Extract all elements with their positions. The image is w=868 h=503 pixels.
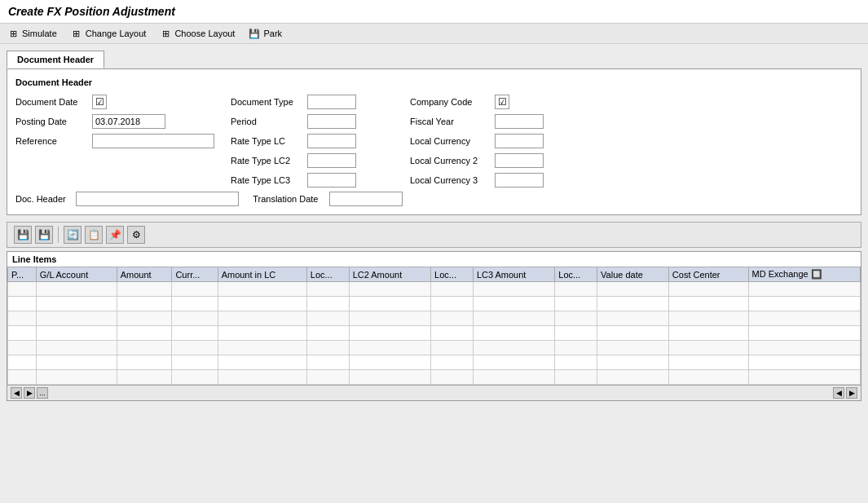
scroll-next-button[interactable]: ▶ xyxy=(846,387,857,399)
form-section-title: Document Header xyxy=(15,77,853,87)
line-items-title: Line Items xyxy=(7,252,861,267)
form-mid-col: Document Type Period Rate Type LC Rate T… xyxy=(231,94,394,188)
doc-header-input[interactable] xyxy=(76,192,239,206)
park-icon: 💾 xyxy=(248,27,261,40)
scroll-prev-button[interactable]: ◀ xyxy=(833,387,844,399)
posting-date-row: Posting Date xyxy=(15,113,214,130)
table-row[interactable] xyxy=(8,326,861,341)
park-button[interactable]: 💾 Park xyxy=(248,27,282,40)
col-amount-lc: Amount in LC xyxy=(218,267,306,282)
document-type-input[interactable] xyxy=(307,95,356,109)
col-cost-center: Cost Center xyxy=(668,267,748,282)
col-lc3-amount: LC3 Amount xyxy=(473,267,554,282)
table-row[interactable] xyxy=(8,282,861,297)
table-row[interactable] xyxy=(8,297,861,311)
rate-type-lc3-row: Rate Type LC3 xyxy=(231,172,394,188)
rate-type-lc-row: Rate Type LC xyxy=(231,133,394,149)
document-date-row: Document Date ☑ xyxy=(15,94,214,110)
company-code-row: Company Code ☑ xyxy=(410,94,573,110)
col-loc3: Loc... xyxy=(555,267,597,282)
table-header-row: P... G/L Account Amount Curr... Amount i… xyxy=(8,267,861,282)
line-items-toolbar: 💾 💾 🔄 📋 📌 ⚙ xyxy=(7,222,861,248)
toolbar-refresh-button[interactable]: 🔄 xyxy=(64,226,82,244)
doc-header-row: Doc. Header Translation Date xyxy=(15,192,853,206)
change-layout-icon: ⊞ xyxy=(70,27,83,40)
simulate-button[interactable]: ⊞ Simulate xyxy=(7,27,57,40)
period-input[interactable] xyxy=(307,114,356,129)
toolbar-save1-button[interactable]: 💾 xyxy=(14,226,32,244)
scroll-right-button[interactable]: ▶ xyxy=(24,387,35,399)
local-currency-3-input[interactable] xyxy=(495,173,544,188)
toolbar-save2-button[interactable]: 💾 xyxy=(35,226,53,244)
reference-row: Reference xyxy=(15,133,214,149)
table-row[interactable] xyxy=(8,370,861,385)
change-layout-button[interactable]: ⊞ Change Layout xyxy=(70,27,147,40)
rate-type-lc3-input[interactable] xyxy=(307,173,356,188)
page-title: Create FX Position Adjustment xyxy=(0,0,868,24)
col-loc1: Loc... xyxy=(306,267,349,282)
tab-document-header[interactable]: Document Header xyxy=(7,51,104,68)
choose-layout-icon: ⊞ xyxy=(159,27,172,40)
simulate-icon: ⊞ xyxy=(7,27,20,40)
col-amount: Amount xyxy=(117,267,172,282)
form-right-col: Company Code ☑ Fiscal Year Local Currenc… xyxy=(410,94,573,188)
col-md-exchange: MD Exchange 🔲 xyxy=(748,267,860,282)
table-row[interactable] xyxy=(8,355,861,370)
local-currency-input[interactable] xyxy=(495,134,544,148)
form-left-col: Document Date ☑ Posting Date Reference xyxy=(15,94,214,188)
document-date-checkbox[interactable]: ☑ xyxy=(92,95,107,109)
left-scroll-controls: ◀ ▶ ... xyxy=(11,387,48,399)
col-gl-account: G/L Account xyxy=(36,267,117,282)
line-items-table-container: Line Items P... G/L Account Amount Curr.… xyxy=(7,251,861,401)
scroll-ellipsis-button[interactable]: ... xyxy=(37,387,48,399)
reference-input[interactable] xyxy=(92,134,214,148)
local-currency-3-row: Local Currency 3 xyxy=(410,172,573,188)
toolbar-settings-button[interactable]: ⚙ xyxy=(127,226,145,244)
posting-date-input[interactable] xyxy=(92,114,165,129)
col-loc2: Loc... xyxy=(431,267,474,282)
period-row: Period xyxy=(231,113,394,130)
col-lc2-amount: LC2 Amount xyxy=(349,267,430,282)
horizontal-scrollbar: ◀ ▶ ... ◀ ▶ xyxy=(7,385,861,400)
line-items-table: P... G/L Account Amount Curr... Amount i… xyxy=(7,267,861,385)
document-type-row: Document Type xyxy=(231,94,394,110)
rate-type-lc2-row: Rate Type LC2 xyxy=(231,152,394,169)
rate-type-lc2-input[interactable] xyxy=(307,153,356,168)
company-code-checkbox[interactable]: ☑ xyxy=(495,95,509,109)
toolbar-paste-button[interactable]: 📌 xyxy=(106,226,124,244)
tab-bar: Document Header xyxy=(7,51,861,68)
right-scroll-controls: ◀ ▶ xyxy=(833,387,857,399)
rate-type-lc-input[interactable] xyxy=(307,134,356,148)
scroll-left-button[interactable]: ◀ xyxy=(11,387,22,399)
local-currency-2-row: Local Currency 2 xyxy=(410,152,573,169)
local-currency-2-input[interactable] xyxy=(495,153,544,168)
table-row[interactable] xyxy=(8,341,861,355)
table-row[interactable] xyxy=(8,311,861,326)
fiscal-year-row: Fiscal Year xyxy=(410,113,573,130)
choose-layout-button[interactable]: ⊞ Choose Layout xyxy=(159,27,235,40)
local-currency-row: Local Currency xyxy=(410,133,573,149)
main-toolbar: ⊞ Simulate ⊞ Change Layout ⊞ Choose Layo… xyxy=(0,24,868,44)
translation-date-input[interactable] xyxy=(329,192,403,206)
document-header-form: Document Header Document Date ☑ Posting … xyxy=(7,68,861,215)
col-currency: Curr... xyxy=(172,267,218,282)
col-posting-key: P... xyxy=(8,267,37,282)
main-content: Document Header Document Header Document… xyxy=(0,44,868,408)
fiscal-year-input[interactable] xyxy=(495,114,544,129)
toolbar-separator xyxy=(58,227,59,243)
toolbar-copy-button[interactable]: 📋 xyxy=(85,226,103,244)
col-value-date: Value date xyxy=(597,267,669,282)
